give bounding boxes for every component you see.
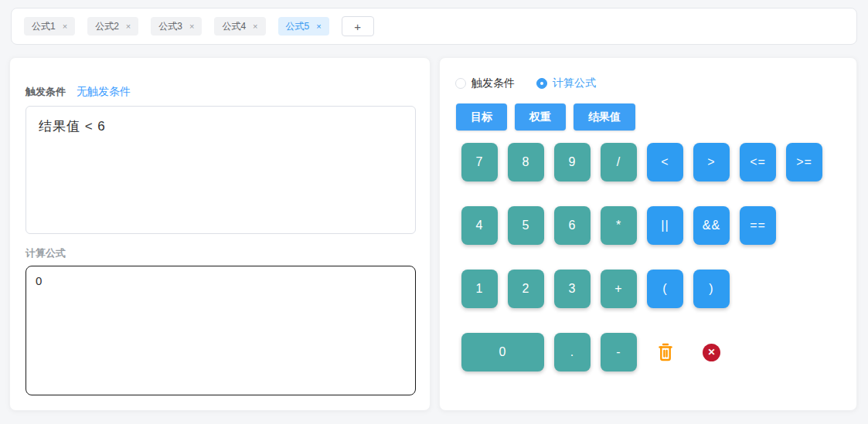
formula-textarea[interactable]: 0 [26, 266, 416, 395]
delete-icon-cell [647, 342, 683, 362]
key-greater-equal[interactable]: >= [786, 143, 822, 181]
target-button[interactable]: 目标 [456, 103, 507, 131]
key-1[interactable]: 1 [461, 270, 498, 308]
add-formula-button[interactable]: + [342, 16, 374, 36]
trigger-condition-textarea[interactable]: 结果值 < 6 [26, 106, 416, 234]
key-less-equal[interactable]: <= [740, 143, 776, 181]
keypad-row-4: 0.-✕ [461, 333, 841, 371]
left-panel: 触发条件 无触发条件 结果值 < 6 计算公式 0 [9, 57, 431, 411]
tab-close-icon[interactable]: × [126, 22, 131, 31]
key-multiply[interactable]: * [601, 206, 637, 245]
tab-close-icon[interactable]: × [189, 22, 194, 31]
key-3[interactable]: 3 [554, 270, 591, 308]
key-8[interactable]: 8 [508, 143, 544, 181]
right-panel: 触发条件计算公式 目标权重结果值 789/<><=>=456*||&&==123… [439, 57, 857, 411]
key-logical-and[interactable]: && [693, 206, 730, 245]
formula-editor-page: 公式1×公式2×公式3×公式4×公式5×+ 触发条件 无触发条件 结果值 < 6… [0, 8, 868, 411]
token-button-row: 目标权重结果值 [456, 103, 841, 131]
key-9[interactable]: 9 [554, 143, 591, 181]
key-dot[interactable]: . [554, 333, 591, 371]
keypad-row-2: 456*||&&== [461, 206, 841, 245]
trigger-condition-label: 触发条件 [26, 85, 66, 99]
circle-x-icon[interactable]: ✕ [703, 344, 720, 361]
result-value-button[interactable]: 结果值 [574, 103, 635, 131]
tab-label: 公式2 [95, 20, 119, 33]
tab-close-icon[interactable]: × [63, 22, 67, 31]
mode-radio-group: 触发条件计算公式 [455, 77, 841, 90]
key-logical-or[interactable]: || [647, 206, 683, 245]
formula-tab-5[interactable]: 公式5× [278, 17, 329, 36]
key-minus[interactable]: - [601, 333, 637, 371]
key-2[interactable]: 2 [508, 270, 544, 308]
trigger-label-row: 触发条件 无触发条件 [26, 84, 414, 100]
key-less-than[interactable]: < [647, 143, 683, 181]
mode-radio-1[interactable]: 触发条件 [455, 76, 515, 90]
radio-circle-icon[interactable] [536, 78, 547, 89]
key-equals[interactable]: == [740, 206, 776, 245]
key-divide[interactable]: / [601, 143, 637, 181]
tab-label: 公式5 [286, 20, 310, 33]
clear-icon-cell: ✕ [693, 344, 730, 361]
radio-label: 触发条件 [471, 76, 515, 90]
tab-close-icon[interactable]: × [316, 22, 321, 31]
radio-circle-icon[interactable] [455, 78, 466, 89]
formula-tab-bar: 公式1×公式2×公式3×公式4×公式5×+ [11, 8, 857, 45]
formula-tab-2[interactable]: 公式2× [87, 17, 138, 36]
main-area: 触发条件 无触发条件 结果值 < 6 计算公式 0 触发条件计算公式 目标权重结… [9, 57, 857, 411]
key-7[interactable]: 7 [461, 143, 498, 181]
key-4[interactable]: 4 [461, 206, 498, 245]
tab-label: 公式1 [32, 20, 56, 33]
tab-label: 公式4 [222, 20, 246, 33]
mode-radio-2[interactable]: 计算公式 [536, 76, 596, 90]
key-0[interactable]: 0 [461, 333, 544, 371]
key-plus[interactable]: + [601, 270, 637, 308]
tab-close-icon[interactable]: × [253, 22, 257, 31]
formula-tab-1[interactable]: 公式1× [24, 17, 75, 36]
keypad: 789/<><=>=456*||&&==123+()0.-✕ [461, 143, 841, 371]
no-trigger-link[interactable]: 无触发条件 [77, 85, 131, 99]
formula-tab-3[interactable]: 公式3× [151, 17, 202, 36]
key-5[interactable]: 5 [508, 206, 544, 245]
keypad-row-1: 789/<><=>= [461, 143, 841, 181]
tab-label: 公式3 [158, 20, 182, 33]
key-greater-than[interactable]: > [693, 143, 730, 181]
radio-label: 计算公式 [553, 76, 596, 90]
formula-label: 计算公式 [26, 246, 414, 260]
key-6[interactable]: 6 [554, 206, 591, 245]
key-close-paren[interactable]: ) [693, 270, 730, 308]
trash-icon[interactable] [656, 342, 675, 362]
formula-tab-4[interactable]: 公式4× [214, 17, 265, 36]
keypad-row-3: 123+() [461, 270, 841, 308]
weight-button[interactable]: 权重 [515, 103, 566, 131]
key-open-paren[interactable]: ( [647, 270, 683, 308]
